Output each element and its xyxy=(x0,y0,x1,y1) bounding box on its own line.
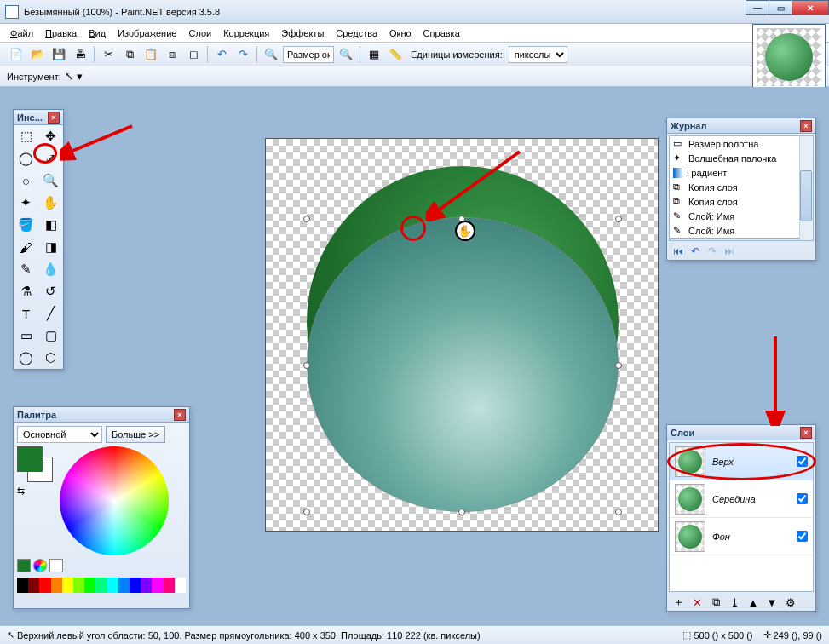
color-picker-tool[interactable]: 💧 xyxy=(38,258,63,280)
current-tool-icon[interactable]: ⤡ ▾ xyxy=(65,70,83,83)
layers-list[interactable]: Верх Середина Фон xyxy=(669,442,814,592)
palette-panel-close-icon[interactable]: × xyxy=(174,409,186,421)
redo-icon[interactable]: ↷ xyxy=(233,45,252,64)
pencil-tool[interactable]: ✎ xyxy=(14,258,38,280)
deselect-icon[interactable]: ◻ xyxy=(184,45,203,64)
size-input[interactable] xyxy=(283,46,334,63)
history-redo-icon[interactable]: ↷ xyxy=(705,244,720,258)
history-item[interactable]: ⧉Копия слоя xyxy=(670,194,813,209)
menu-tools[interactable]: Средства xyxy=(336,28,377,38)
line-tool[interactable]: ╱ xyxy=(38,302,63,325)
ruler-icon[interactable]: 📏 xyxy=(386,45,405,64)
layer-props-icon[interactable]: ⚙ xyxy=(783,595,798,609)
new-file-icon[interactable]: 📄 xyxy=(7,45,26,64)
layer-visible-checkbox[interactable] xyxy=(797,531,808,542)
menu-edit[interactable]: Правка xyxy=(45,28,77,38)
recent-color[interactable] xyxy=(49,559,63,572)
gradient-tool[interactable]: ◧ xyxy=(38,214,63,236)
scrollbar[interactable] xyxy=(799,136,813,240)
rect-select-tool[interactable]: ⬚ xyxy=(14,125,38,147)
menu-file[interactable]: Файл xyxy=(10,28,33,38)
maximize-button[interactable]: ▭ xyxy=(769,0,792,15)
palette-mode-select[interactable]: Основной xyxy=(17,426,102,443)
menu-layers[interactable]: Слои xyxy=(188,28,211,38)
text-tool[interactable]: T xyxy=(14,302,38,325)
menu-help[interactable]: Справка xyxy=(423,28,460,38)
duplicate-layer-icon[interactable]: ⧉ xyxy=(708,595,723,609)
grid-icon[interactable]: ▦ xyxy=(365,45,383,64)
paste-icon[interactable]: 📋 xyxy=(141,45,160,64)
layer-visible-checkbox[interactable] xyxy=(797,493,808,504)
history-rewind-icon[interactable]: ⏮ xyxy=(671,244,686,258)
selection-area[interactable] xyxy=(307,217,619,512)
ellipse-tool[interactable]: ◯ xyxy=(14,347,38,369)
menu-image[interactable]: Изображение xyxy=(118,28,176,38)
fill-tool[interactable]: 🪣 xyxy=(14,214,38,236)
canvas[interactable]: ✋ xyxy=(265,138,659,532)
document-thumbnail[interactable] xyxy=(752,24,826,90)
history-item[interactable]: Градиент xyxy=(670,165,813,180)
minimize-button[interactable]: — xyxy=(746,0,769,15)
tools-panel[interactable]: Инс... × ⬚ ✥ ◯ ⤢ ○ 🔍 ✦ ✋ 🪣 ◧ 🖌 ◨ ✎ 💧 ⚗ ↺… xyxy=(13,109,64,370)
history-panel-close-icon[interactable]: × xyxy=(800,120,812,132)
eraser-tool[interactable]: ◨ xyxy=(38,236,63,258)
delete-layer-icon[interactable]: ✕ xyxy=(689,595,705,609)
copy-icon[interactable]: ⧉ xyxy=(120,45,139,64)
pan-tool[interactable]: ✋ xyxy=(38,192,63,214)
undo-icon[interactable]: ↶ xyxy=(212,45,231,64)
history-item[interactable]: ⧉Копия слоя xyxy=(670,180,813,194)
layer-item[interactable]: Верх xyxy=(670,443,813,480)
menu-effects[interactable]: Эффекты xyxy=(281,28,324,38)
save-icon[interactable]: 💾 xyxy=(49,45,68,64)
recent-color[interactable] xyxy=(17,559,31,572)
selection-handle[interactable] xyxy=(615,362,622,369)
scrollbar-thumb[interactable] xyxy=(800,170,812,221)
move-down-icon[interactable]: ▼ xyxy=(764,595,780,609)
history-item[interactable]: ⤡Изменение размера о...▾ xyxy=(670,238,813,241)
cut-icon[interactable]: ✂ xyxy=(99,45,118,64)
history-item[interactable]: ✎Слой: Имя xyxy=(670,209,813,223)
lasso-tool[interactable]: ◯ xyxy=(14,147,38,170)
crop-icon[interactable]: ⧈ xyxy=(163,45,181,64)
layer-item[interactable]: Середина xyxy=(670,480,813,518)
selection-handle[interactable] xyxy=(615,509,622,515)
freeform-tool[interactable]: ⬡ xyxy=(38,347,63,369)
layer-visible-checkbox[interactable] xyxy=(797,456,808,467)
move-selection-tool[interactable]: ⤢ xyxy=(38,147,63,170)
history-item[interactable]: ✦Волшебная палочка xyxy=(670,151,813,165)
primary-color-swatch[interactable] xyxy=(17,446,43,472)
ellipse-select-tool[interactable]: ○ xyxy=(14,170,38,192)
selection-handle[interactable] xyxy=(303,509,310,515)
selection-handle[interactable] xyxy=(458,509,465,515)
zoom-icon[interactable]: 🔍 xyxy=(262,45,280,64)
layer-item[interactable]: Фон xyxy=(670,518,813,555)
history-item[interactable]: ▭Размер полотна xyxy=(670,136,813,151)
palette-strip[interactable] xyxy=(17,578,186,593)
history-item[interactable]: ✎Слой: Имя xyxy=(670,223,813,238)
history-undo-icon[interactable]: ↶ xyxy=(688,244,703,258)
selection-handle[interactable] xyxy=(303,216,310,222)
history-list[interactable]: ▭Размер полотна ✦Волшебная палочка Гради… xyxy=(669,135,814,241)
menu-correction[interactable]: Коррекция xyxy=(223,28,269,38)
clone-tool[interactable]: ⚗ xyxy=(14,280,38,302)
menu-view[interactable]: Вид xyxy=(89,28,106,38)
merge-down-icon[interactable]: ⤓ xyxy=(727,595,742,609)
rounded-rect-tool[interactable]: ▢ xyxy=(38,325,63,347)
zoom-actual-icon[interactable]: 🔍 xyxy=(337,45,355,64)
color-swatch-pair[interactable] xyxy=(17,446,53,482)
swap-colors-icon[interactable]: ⇆ xyxy=(17,486,53,497)
palette-panel[interactable]: Палитра × Основной Больше >> ⇆ xyxy=(13,406,190,609)
history-forward-icon[interactable]: ⏭ xyxy=(722,244,737,258)
open-file-icon[interactable]: 📂 xyxy=(28,45,47,64)
zoom-tool[interactable]: 🔍 xyxy=(38,170,63,192)
add-layer-icon[interactable]: ＋ xyxy=(671,595,686,609)
menu-window[interactable]: Окно xyxy=(389,28,412,38)
selection-handle[interactable] xyxy=(615,216,622,222)
selection-handle[interactable] xyxy=(303,362,310,369)
more-button[interactable]: Больше >> xyxy=(106,426,165,443)
layers-panel-close-icon[interactable]: × xyxy=(800,427,812,439)
color-picker-icon[interactable] xyxy=(33,559,47,572)
brush-tool[interactable]: 🖌 xyxy=(14,236,38,258)
move-up-icon[interactable]: ▲ xyxy=(746,595,761,609)
recolor-tool[interactable]: ↺ xyxy=(38,280,63,302)
